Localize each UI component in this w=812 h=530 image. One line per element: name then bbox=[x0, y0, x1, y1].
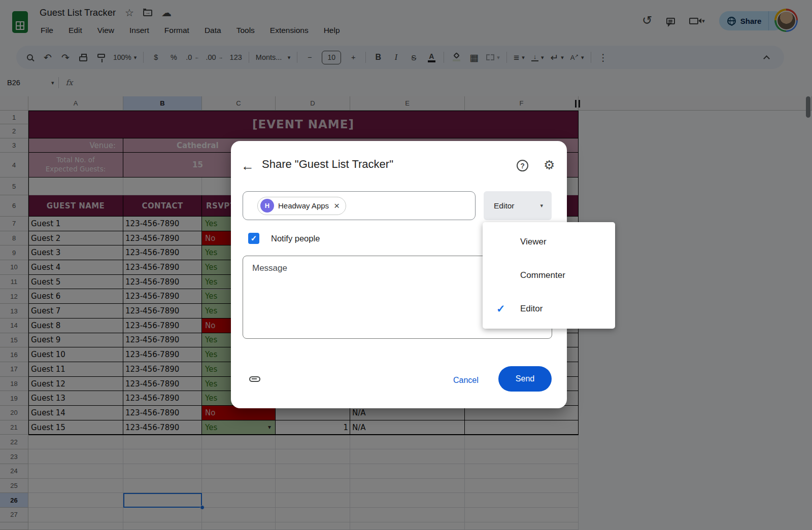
recipient-name: Headway Apps bbox=[278, 201, 329, 210]
back-arrow-icon[interactable]: ← bbox=[239, 157, 256, 174]
menu-item-commenter[interactable]: Commenter bbox=[483, 260, 615, 291]
send-button[interactable]: Send bbox=[498, 366, 552, 392]
copy-link-icon[interactable] bbox=[249, 376, 260, 382]
help-icon[interactable]: ? bbox=[517, 160, 528, 171]
menu-item-label: Commenter bbox=[520, 270, 565, 280]
notify-label: Notify people bbox=[271, 234, 320, 243]
role-menu: ViewerCommenter✓Editor bbox=[483, 222, 615, 329]
remove-recipient-icon[interactable]: × bbox=[333, 200, 341, 211]
sheets-app: Guest List Tracker ☆ → ☁ File Edit View … bbox=[0, 0, 812, 530]
role-dropdown-caret-icon: ▾ bbox=[540, 203, 543, 208]
menu-item-viewer[interactable]: Viewer bbox=[483, 227, 615, 257]
notify-checkbox[interactable]: ✓ bbox=[248, 233, 259, 244]
role-dropdown-label: Editor bbox=[494, 201, 515, 210]
check-icon: ✓ bbox=[496, 303, 505, 315]
menu-item-label: Viewer bbox=[520, 237, 547, 247]
share-settings-gear-icon[interactable]: ⚙ bbox=[544, 158, 555, 172]
recipient-avatar: H bbox=[260, 199, 274, 213]
recipient-chip: H Headway Apps × bbox=[257, 197, 346, 215]
role-dropdown-button[interactable]: Editor ▾ bbox=[484, 191, 552, 220]
recipient-input[interactable]: H Headway Apps × bbox=[243, 191, 476, 220]
dialog-title: Share "Guest List Tracker" bbox=[262, 158, 393, 171]
menu-item-editor[interactable]: ✓Editor bbox=[483, 294, 615, 324]
menu-item-label: Editor bbox=[520, 304, 543, 314]
cancel-button[interactable]: Cancel bbox=[448, 373, 484, 388]
